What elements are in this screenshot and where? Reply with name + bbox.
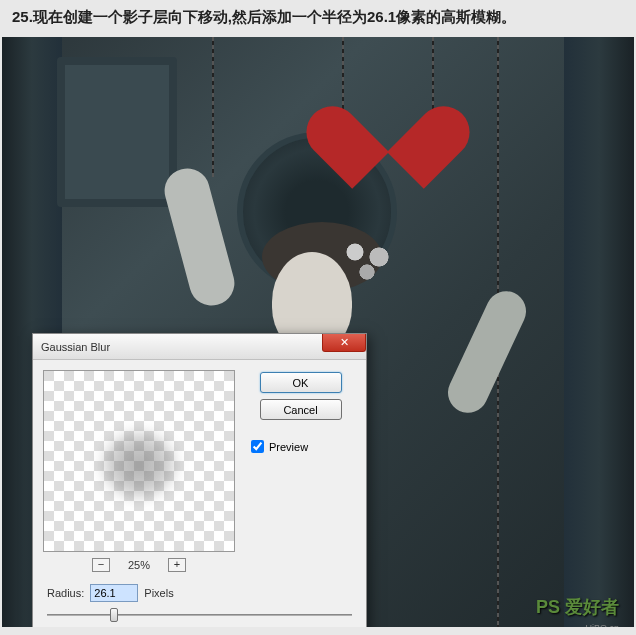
- bg-chain: [212, 37, 214, 177]
- preview-label: Preview: [269, 441, 308, 453]
- cancel-button[interactable]: Cancel: [260, 399, 342, 420]
- canvas-preview: PS 爱好者 UiBO.cn Gaussian Blur ✕ − 25% + O…: [2, 37, 634, 627]
- figure-arm-right: [441, 285, 532, 420]
- figure-arm-left: [160, 164, 240, 311]
- radius-input[interactable]: [90, 584, 138, 602]
- preview-checkbox-row[interactable]: Preview: [251, 440, 356, 453]
- dialog-title: Gaussian Blur: [41, 341, 110, 353]
- radius-slider[interactable]: [47, 608, 352, 622]
- bg-pillar-right: [564, 37, 634, 627]
- preview-blur-shape: [84, 420, 194, 520]
- gaussian-blur-dialog: Gaussian Blur ✕ − 25% + OK Cancel Previe: [32, 333, 367, 627]
- watermark: PS 爱好者: [536, 595, 619, 619]
- ok-button[interactable]: OK: [260, 372, 342, 393]
- zoom-out-button[interactable]: −: [92, 558, 110, 572]
- step-instruction: 25.现在创建一个影子层向下移动,然后添加一个半径为26.1像素的高斯模糊。: [0, 0, 636, 37]
- filter-preview[interactable]: [43, 370, 235, 552]
- bg-relief: [57, 57, 177, 207]
- radius-unit: Pixels: [144, 587, 173, 599]
- slider-track-line: [47, 614, 352, 616]
- heart-shape: [337, 72, 437, 162]
- zoom-in-button[interactable]: +: [168, 558, 186, 572]
- dialog-titlebar[interactable]: Gaussian Blur ✕: [33, 334, 366, 360]
- slider-thumb[interactable]: [110, 608, 118, 622]
- radius-label: Radius:: [47, 587, 84, 599]
- watermark-sub: UiBO.cn: [585, 623, 619, 627]
- close-button[interactable]: ✕: [322, 334, 366, 352]
- preview-checkbox[interactable]: [251, 440, 264, 453]
- zoom-level: 25%: [128, 559, 150, 571]
